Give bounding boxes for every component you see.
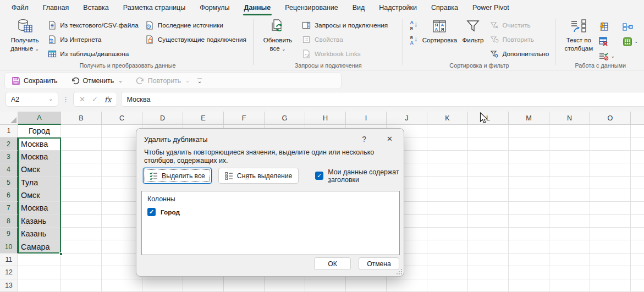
cell-P11[interactable] (631, 254, 644, 266)
resize-grip[interactable] (397, 269, 402, 274)
cell-L5[interactable] (468, 177, 509, 189)
column-list-item[interactable]: ✓ Город (147, 208, 394, 216)
tab-данные[interactable]: Данные (237, 0, 278, 15)
cell-B12[interactable] (61, 266, 102, 279)
cell-M11[interactable] (509, 254, 549, 266)
cell-B8[interactable] (61, 215, 102, 228)
cell-K9[interactable] (427, 228, 468, 240)
from-table-range-button[interactable]: Из таблицы/диапазона (44, 47, 141, 61)
qat-overflow-button[interactable]: ⌄ (197, 79, 202, 83)
column-header-I[interactable]: I (346, 112, 387, 125)
row-header-2[interactable]: 2 (0, 137, 18, 150)
cell-P7[interactable] (631, 202, 644, 214)
name-box[interactable]: A2 ⌄ (5, 92, 58, 107)
column-header-D[interactable]: D (142, 112, 183, 125)
cell-B2[interactable] (61, 137, 102, 150)
cell-E13[interactable] (183, 279, 224, 292)
help-icon[interactable]: ? (359, 134, 370, 145)
cell-P3[interactable] (631, 151, 644, 163)
select-all-button[interactable]: Выделить все (143, 168, 212, 184)
cell-N5[interactable] (549, 177, 590, 189)
row-header-11[interactable]: 11 (0, 254, 18, 266)
ok-button[interactable]: ОК (314, 257, 351, 270)
cell-L1[interactable] (468, 125, 509, 137)
row-header-3[interactable]: 3 (0, 151, 18, 163)
cell-O5[interactable] (590, 177, 631, 189)
row-header-1[interactable]: 1 (0, 125, 18, 137)
cell-A3[interactable]: Москва (18, 151, 61, 163)
cell-F13[interactable] (224, 279, 265, 292)
cell-P10[interactable] (631, 240, 644, 253)
get-data-button[interactable]: Получить данные ⌄ (5, 17, 44, 53)
clear-filter-button[interactable]: Очистить (486, 18, 552, 32)
consolidate-button[interactable] (623, 23, 639, 31)
insert-function-icon[interactable]: fx (104, 95, 112, 104)
column-header-K[interactable]: K (427, 112, 468, 125)
cell-A8[interactable]: Казань (18, 215, 61, 228)
cell-K6[interactable] (427, 189, 468, 202)
cell-A2[interactable]: Москва (18, 137, 61, 150)
sort-descending-button[interactable]: яА ↓ (410, 35, 417, 46)
data-model-button[interactable]: ⌄ (623, 37, 639, 47)
cell-A13[interactable] (18, 279, 61, 292)
workbook-links-button[interactable]: Workbook Links (299, 47, 391, 61)
cell-M1[interactable] (509, 125, 549, 137)
tab-power-pivot[interactable]: Power Pivot (465, 0, 516, 15)
queries-connections-button[interactable]: Запросы и подключения (299, 18, 391, 32)
cell-K13[interactable] (427, 279, 468, 292)
cell-A4[interactable]: Омск (18, 163, 61, 176)
column-header-H[interactable]: H (305, 112, 346, 125)
cell-C13[interactable] (102, 279, 142, 292)
tab-рецензирование[interactable]: Рецензирование (278, 0, 345, 15)
cell-M8[interactable] (509, 215, 549, 228)
column-header-M[interactable]: M (509, 112, 549, 125)
cell-P4[interactable] (631, 163, 644, 176)
column-header-N[interactable]: N (549, 112, 590, 125)
cell-N9[interactable] (549, 228, 590, 240)
save-button[interactable]: Сохранить (12, 76, 58, 85)
columns-listbox[interactable]: Колонны ✓ Город (141, 191, 400, 255)
cell-L10[interactable] (468, 240, 509, 253)
cell-N2[interactable] (549, 137, 590, 150)
cell-N8[interactable] (549, 215, 590, 228)
row-header-4[interactable]: 4 (0, 163, 18, 176)
close-icon[interactable]: ✕ (383, 134, 396, 144)
cell-L4[interactable] (468, 163, 509, 176)
undo-button[interactable]: Отменить ⌄ (71, 76, 123, 85)
tab-вставка[interactable]: Вставка (76, 0, 115, 15)
cell-O11[interactable] (590, 254, 631, 266)
tab-формулы[interactable]: Формулы (192, 0, 236, 15)
cell-B1[interactable] (61, 125, 102, 137)
flash-fill-button[interactable] (598, 21, 615, 32)
cell-K11[interactable] (427, 254, 468, 266)
cell-I13[interactable] (346, 279, 387, 292)
cell-O3[interactable] (590, 151, 631, 163)
cell-N6[interactable] (549, 189, 590, 202)
cell-P6[interactable] (631, 189, 644, 202)
cell-M12[interactable] (509, 266, 549, 279)
cell-M10[interactable] (509, 240, 549, 253)
tab-справка[interactable]: Справка (424, 0, 465, 15)
cell-N12[interactable] (549, 266, 590, 279)
cell-A9[interactable]: Казань (18, 228, 61, 240)
select-all-corner[interactable] (0, 112, 18, 125)
cell-O13[interactable] (590, 279, 631, 292)
row-header-6[interactable]: 6 (0, 189, 18, 202)
column-header-E[interactable]: E (183, 112, 224, 125)
cell-L11[interactable] (468, 254, 509, 266)
fill-handle[interactable] (59, 252, 63, 256)
cell-O9[interactable] (590, 228, 631, 240)
cell-O2[interactable] (590, 137, 631, 150)
cell-A6[interactable]: Омск (18, 189, 61, 202)
column-header-G[interactable]: G (265, 112, 305, 125)
cell-N4[interactable] (549, 163, 590, 176)
row-header-7[interactable]: 7 (0, 202, 18, 214)
cell-L12[interactable] (468, 266, 509, 279)
row-header-12[interactable]: 12 (0, 266, 18, 279)
cell-L9[interactable] (468, 228, 509, 240)
cell-B4[interactable] (61, 163, 102, 176)
cell-L8[interactable] (468, 215, 509, 228)
cell-M2[interactable] (509, 137, 549, 150)
cell-P1[interactable] (631, 125, 644, 137)
tab-вид[interactable]: Вид (345, 0, 372, 15)
